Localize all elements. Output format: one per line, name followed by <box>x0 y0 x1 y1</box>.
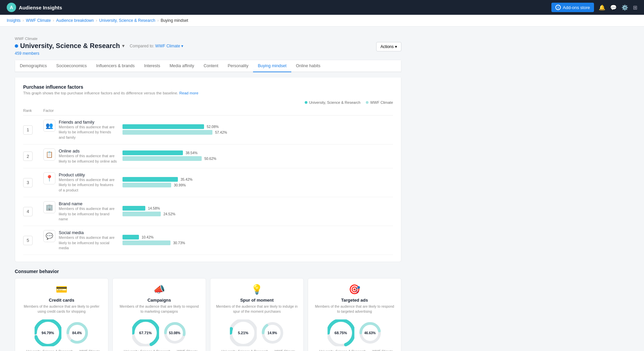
donut-main: 94.79% <box>35 319 61 346</box>
legend-main-dot: ● <box>23 350 25 351</box>
grid-icon[interactable]: ⊞ <box>633 4 637 11</box>
factor-text: Brand name Members of this audience that… <box>59 201 117 222</box>
purchase-section: Purchase influence factors This graph sh… <box>15 78 401 262</box>
factor-name: Social media <box>59 230 117 235</box>
bars-cell: 10.42% 30.73% <box>117 235 393 246</box>
rank-cell: 2 <box>23 151 43 161</box>
compared-chevron[interactable]: ▾ <box>181 44 183 48</box>
breadcrumb-current: Buying mindset <box>161 18 188 23</box>
factor-name: Online ads <box>59 148 117 153</box>
donut-area: 67.71% 53.08% <box>132 319 187 346</box>
tab-socioeconomics[interactable]: Socioeconomics <box>52 60 92 72</box>
breadcrumb-university[interactable]: University, Science & Research <box>99 18 155 23</box>
bar-main <box>122 124 204 129</box>
breadcrumb-insights[interactable]: Insights <box>7 18 20 23</box>
tab-media[interactable]: Media affinity <box>165 60 199 72</box>
factor-desc: Members of this audience that are likely… <box>59 177 117 193</box>
consumer-card: 💡 Spur of moment Members of the audience… <box>210 278 304 351</box>
factor-icon: 📍 <box>43 172 55 184</box>
consumer-card-name: Spur of moment <box>240 298 274 303</box>
legend-compare-label: WWF Climate <box>372 350 393 351</box>
legend-main-dot: ● <box>218 350 220 351</box>
consumer-card-desc: Members of the audience that are likely … <box>313 304 396 314</box>
legend-main-label: University, Science & Research <box>124 350 170 351</box>
addons-label: Add-ons store <box>563 5 590 10</box>
rank-cell: 4 <box>23 207 43 216</box>
table-row: 1 👥 Friends and family Members of this a… <box>23 116 393 144</box>
legend-main-dot: ● <box>316 350 318 351</box>
consumer-card-icon: 💳 <box>56 284 67 295</box>
tab-online[interactable]: Online habits <box>291 60 325 72</box>
legend-main: ● University, Science & Research <box>121 350 170 351</box>
bar-row-main: 10.42% <box>122 235 393 239</box>
donut-compare-label: 46.63% <box>364 331 376 335</box>
bar-pct-main: 14.58% <box>148 206 161 210</box>
tab-demographics[interactable]: Demographics <box>15 60 52 72</box>
audience-header: WWF Climate University, Science & Resear… <box>15 32 401 56</box>
factor-icon: 🏢 <box>43 201 55 213</box>
tab-buying[interactable]: Buying mindset <box>253 60 291 72</box>
chart-legend: University, Science & ResearchWWF Climat… <box>305 100 393 104</box>
settings-icon[interactable]: ⚙️ <box>622 4 628 11</box>
rank-cell: 3 <box>23 178 43 187</box>
breadcrumb-wwf[interactable]: WWF Climate <box>26 18 51 23</box>
factor-cell: 💬 Social media Members of this audience … <box>43 230 117 251</box>
topnav-actions: i Add-ons store 🔔 💬 ⚙️ ⊞ <box>551 3 637 12</box>
donut-compare-label: 84.4% <box>72 331 82 335</box>
tab-influencers[interactable]: Influencers & brands <box>92 60 140 72</box>
factor-cell: 📋 Online ads Members of this audience th… <box>43 148 117 164</box>
factor-name: Product utility <box>59 172 117 177</box>
rank-badge: 5 <box>23 236 33 245</box>
bar-row-main: 52.08% <box>122 124 393 129</box>
audience-dot <box>15 44 18 48</box>
app-name: Audiense Insights <box>19 5 62 10</box>
consumer-cards: 💳 Credit cards Members of the audience t… <box>15 278 401 351</box>
bar-row-compare: 30.99% <box>122 183 393 187</box>
tab-personality[interactable]: Personality <box>223 60 253 72</box>
legend-compare-label: WWF Climate <box>79 350 100 351</box>
factor-cell: 📍 Product utility Members of this audien… <box>43 172 117 193</box>
app-logo: A <box>7 3 16 12</box>
rank-badge: 1 <box>23 125 33 135</box>
donut-compare: 84.4% <box>65 321 89 345</box>
bar-compare <box>122 183 171 187</box>
factor-text: Social media Members of this audience th… <box>59 230 117 251</box>
purchase-title: Purchase influence factors <box>23 84 393 90</box>
consumer-card-legend: ● University, Science & Research ● WWF C… <box>121 350 198 351</box>
legend-compare-label: WWF Climate <box>275 350 295 351</box>
actions-button[interactable]: Actions ▾ <box>376 42 401 51</box>
consumer-card-name: Campaigns <box>147 298 171 303</box>
consumer-card-icon: 🎯 <box>349 284 360 295</box>
factor-desc: Members of this audience that are likely… <box>59 125 117 140</box>
purchase-desc: This graph shows the top purchase influe… <box>23 91 393 95</box>
audience-dropdown-chevron[interactable]: ▾ <box>122 43 125 48</box>
factor-text: Online ads Members of this audience that… <box>59 148 117 164</box>
notification-icon[interactable]: 🔔 <box>599 4 605 11</box>
donut-compare-label: 14.9% <box>267 331 277 335</box>
main-content: WWF Climate University, Science & Resear… <box>7 27 409 351</box>
consumer-card-legend: ● University, Science & Research ● WWF C… <box>23 350 100 351</box>
legend-dot <box>305 101 307 104</box>
legend-compare: ● WWF Climate <box>174 350 198 351</box>
messages-icon[interactable]: 💬 <box>610 4 617 11</box>
consumer-card-name: Credit cards <box>49 298 75 303</box>
tab-interests[interactable]: Interests <box>139 60 165 72</box>
compared-to-link[interactable]: WWF Climate <box>155 44 180 48</box>
breadcrumb-audience[interactable]: Audience breakdown <box>56 18 94 23</box>
consumer-card: 📣 Campaigns Members of the audience that… <box>112 278 206 351</box>
donut-area: 5.21% 14.9% <box>230 319 284 346</box>
bar-compare <box>122 130 212 135</box>
bar-row-compare: 24.52% <box>122 212 393 216</box>
col-rank-header: Rank <box>23 108 43 113</box>
bar-pct-compare: 50.62% <box>204 157 218 161</box>
factor-name: Friends and family <box>59 120 117 125</box>
read-more-link[interactable]: Read more <box>179 91 198 95</box>
bar-pct-main: 35.42% <box>181 177 194 181</box>
donut-main: 68.75% <box>328 319 354 346</box>
addons-button[interactable]: i Add-ons store <box>551 3 594 12</box>
factor-cell: 👥 Friends and family Members of this aud… <box>43 120 117 140</box>
legend-label: University, Science & Research <box>309 100 360 104</box>
tab-content[interactable]: Content <box>199 60 223 72</box>
legend-item: WWF Climate <box>366 100 393 104</box>
factor-cell: 🏢 Brand name Members of this audience th… <box>43 201 117 222</box>
